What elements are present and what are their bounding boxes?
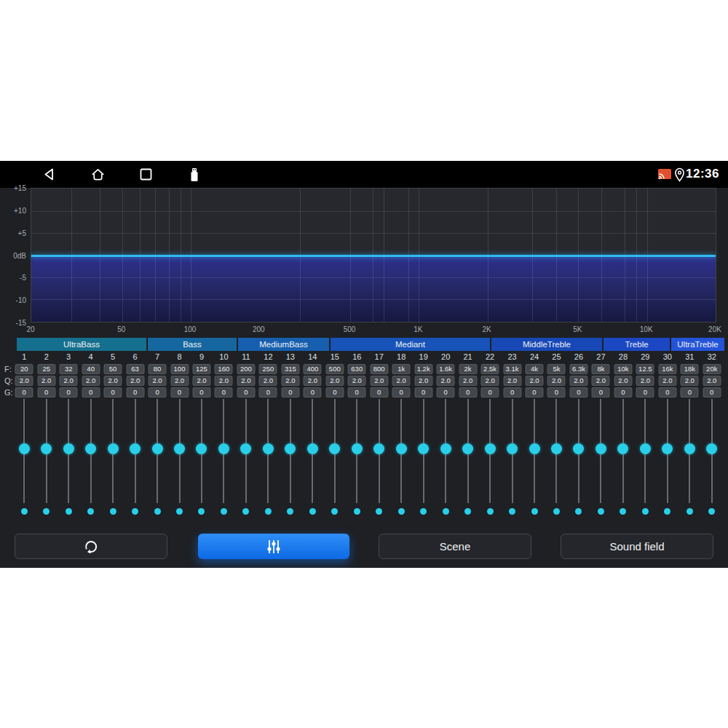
equalizer-button[interactable] xyxy=(198,534,349,559)
gain-slider-knob[interactable] xyxy=(307,443,318,454)
frequency-value[interactable]: 20k xyxy=(703,364,721,374)
channel-dot[interactable] xyxy=(420,508,427,515)
channel-dot[interactable] xyxy=(642,508,649,515)
channel-dot[interactable] xyxy=(620,508,626,515)
channel-dot[interactable] xyxy=(198,508,205,515)
channel-dot[interactable] xyxy=(708,508,715,515)
q-value[interactable]: 2.0 xyxy=(37,376,55,386)
q-value[interactable]: 2.0 xyxy=(636,376,654,386)
channel-dot[interactable] xyxy=(575,508,582,515)
channel-dot[interactable] xyxy=(509,508,515,515)
gain-value[interactable]: 0 xyxy=(614,387,632,397)
channel-dot[interactable] xyxy=(242,508,249,515)
q-value[interactable]: 2.0 xyxy=(82,376,100,386)
frequency-value[interactable]: 800 xyxy=(370,364,388,374)
q-value[interactable]: 2.0 xyxy=(592,376,610,386)
q-value[interactable]: 2.0 xyxy=(503,376,521,386)
q-value[interactable]: 2.0 xyxy=(614,376,632,386)
gain-value[interactable]: 0 xyxy=(658,387,676,397)
frequency-value[interactable]: 2k xyxy=(459,364,477,374)
band-segment[interactable]: UltraBass xyxy=(17,338,146,351)
gain-slider-knob[interactable] xyxy=(85,443,96,454)
gain-slider-knob[interactable] xyxy=(285,443,296,454)
frequency-value[interactable]: 18k xyxy=(681,364,699,374)
gain-value[interactable]: 0 xyxy=(82,387,100,397)
q-value[interactable]: 2.0 xyxy=(703,376,721,386)
q-value[interactable]: 2.0 xyxy=(60,376,78,386)
gain-slider-knob[interactable] xyxy=(373,443,384,454)
frequency-value[interactable]: 32 xyxy=(60,364,78,374)
channel-dot[interactable] xyxy=(553,508,560,515)
gain-value[interactable]: 0 xyxy=(569,387,587,397)
frequency-value[interactable]: 100 xyxy=(170,364,189,374)
gain-slider-knob[interactable] xyxy=(218,443,229,454)
gain-value[interactable]: 0 xyxy=(348,387,366,397)
frequency-value[interactable]: 400 xyxy=(304,364,322,374)
reset-button[interactable] xyxy=(15,534,167,559)
gain-slider-knob[interactable] xyxy=(108,443,119,454)
band-segment[interactable]: UltraTreble xyxy=(671,338,724,351)
gain-slider-knob[interactable] xyxy=(596,443,606,454)
gain-slider-knob[interactable] xyxy=(41,443,52,454)
channel-dot[interactable] xyxy=(66,508,72,515)
frequency-value[interactable]: 2.5k xyxy=(481,364,499,374)
gain-value[interactable]: 0 xyxy=(281,387,299,397)
q-value[interactable]: 2.0 xyxy=(437,376,455,386)
frequency-value[interactable]: 16k xyxy=(658,364,676,374)
gain-value[interactable]: 0 xyxy=(503,387,521,397)
gain-slider-knob[interactable] xyxy=(329,443,340,454)
gain-value[interactable]: 0 xyxy=(304,387,322,397)
channel-dot[interactable] xyxy=(376,508,382,515)
frequency-value[interactable]: 250 xyxy=(259,364,277,374)
gain-slider-knob[interactable] xyxy=(19,443,30,454)
channel-dot[interactable] xyxy=(110,508,116,515)
gain-value[interactable]: 0 xyxy=(325,387,344,397)
channel-dot[interactable] xyxy=(598,508,604,515)
gain-slider-knob[interactable] xyxy=(507,443,518,454)
q-value[interactable]: 2.0 xyxy=(15,376,33,386)
q-value[interactable]: 2.0 xyxy=(192,376,210,386)
gain-value[interactable]: 0 xyxy=(149,387,167,397)
frequency-value[interactable]: 80 xyxy=(149,364,167,374)
channel-dot[interactable] xyxy=(87,508,94,515)
gain-value[interactable]: 0 xyxy=(392,387,411,397)
q-value[interactable]: 2.0 xyxy=(281,376,299,386)
frequency-value[interactable]: 25 xyxy=(37,364,55,374)
gain-value[interactable]: 0 xyxy=(126,387,144,397)
gain-slider-knob[interactable] xyxy=(573,443,584,454)
channel-dot[interactable] xyxy=(154,508,161,515)
channel-dot[interactable] xyxy=(398,508,405,515)
channel-dot[interactable] xyxy=(687,508,693,515)
gain-value[interactable]: 0 xyxy=(104,387,122,397)
frequency-value[interactable]: 40 xyxy=(82,364,100,374)
gain-slider-knob[interactable] xyxy=(440,443,451,454)
gain-slider-knob[interactable] xyxy=(662,443,673,454)
q-value[interactable]: 2.0 xyxy=(681,376,699,386)
channel-dot[interactable] xyxy=(443,508,449,515)
channel-dot[interactable] xyxy=(132,508,138,515)
gain-slider-knob[interactable] xyxy=(462,443,473,454)
gain-slider-knob[interactable] xyxy=(63,443,74,454)
channel-dot[interactable] xyxy=(487,508,494,515)
gain-slider-knob[interactable] xyxy=(529,443,540,454)
gain-slider-knob[interactable] xyxy=(418,443,429,454)
scene-button[interactable]: Scene xyxy=(379,534,531,559)
gain-slider-knob[interactable] xyxy=(240,443,251,454)
gain-value[interactable]: 0 xyxy=(192,387,210,397)
q-value[interactable]: 2.0 xyxy=(370,376,388,386)
gain-value[interactable]: 0 xyxy=(703,387,721,397)
frequency-value[interactable]: 8k xyxy=(592,364,610,374)
frequency-value[interactable]: 1k xyxy=(392,364,411,374)
frequency-value[interactable]: 125 xyxy=(192,364,210,374)
gain-slider-knob[interactable] xyxy=(640,443,651,454)
gain-slider-knob[interactable] xyxy=(352,443,363,454)
gain-slider-knob[interactable] xyxy=(485,443,496,454)
frequency-value[interactable]: 4k xyxy=(526,364,544,374)
frequency-value[interactable]: 1.6k xyxy=(437,364,455,374)
gain-value[interactable]: 0 xyxy=(60,387,78,397)
channel-dot[interactable] xyxy=(464,508,471,515)
home-icon[interactable] xyxy=(90,167,106,181)
gain-slider-knob[interactable] xyxy=(551,443,562,454)
q-value[interactable]: 2.0 xyxy=(104,376,122,386)
gain-value[interactable]: 0 xyxy=(259,387,277,397)
